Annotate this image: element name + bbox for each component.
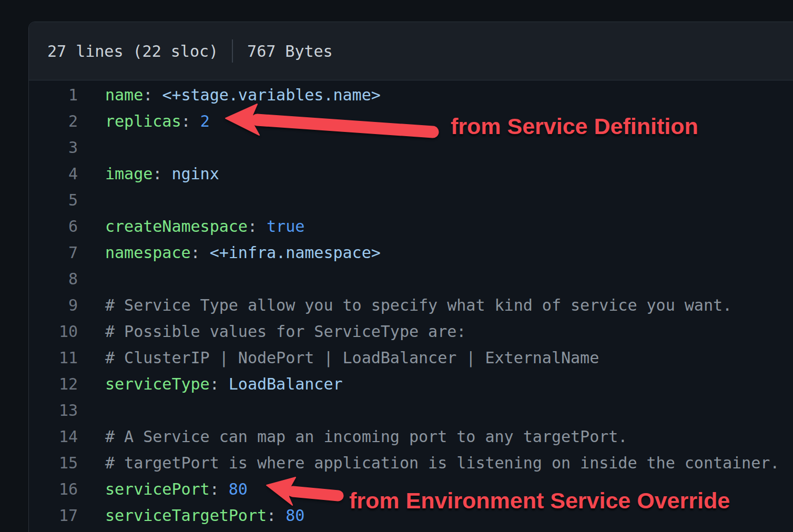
line-number[interactable]: 1 [29, 82, 78, 108]
code-line: 7namespace: <+infra.namespace> [29, 240, 793, 266]
line-number[interactable]: 5 [29, 187, 78, 213]
code-line: 9# Service Type allow you to specify wha… [29, 292, 793, 319]
annotation-environment-override: from Environment Service Override [349, 488, 730, 513]
page: 27 lines (22 sloc) 767 Bytes 1name: <+st… [0, 0, 793, 532]
line-content: # Service Type allow you to specify what… [105, 292, 732, 319]
line-number[interactable]: 11 [29, 345, 78, 371]
line-number[interactable]: 6 [29, 213, 78, 240]
line-content: namespace: <+infra.namespace> [105, 240, 381, 266]
line-number[interactable]: 9 [29, 292, 78, 319]
line-content: # Possible values for ServiceType are: [105, 319, 466, 345]
code-line: 4image: nginx [29, 161, 793, 187]
line-content: # ClusterIP | NodePort | LoadBalancer | … [105, 345, 599, 371]
code-line: 6createNamespace: true [29, 213, 793, 240]
code-line: 8 [29, 266, 793, 292]
line-number[interactable]: 12 [29, 371, 78, 397]
line-content: # A Service can map an incoming port to … [105, 424, 627, 450]
line-number[interactable]: 7 [29, 240, 78, 266]
arrow-to-service-port [255, 470, 347, 513]
arrow-to-replicas [218, 97, 444, 145]
code-line: 13 [29, 397, 793, 424]
file-header-bar: 27 lines (22 sloc) 767 Bytes [29, 22, 793, 80]
line-number[interactable]: 2 [29, 108, 78, 135]
line-number[interactable]: 3 [29, 135, 78, 161]
line-number[interactable]: 10 [29, 319, 78, 345]
code-line: 11# ClusterIP | NodePort | LoadBalancer … [29, 345, 793, 371]
code-line: 5 [29, 187, 793, 213]
line-number[interactable]: 8 [29, 266, 78, 292]
line-content: createNamespace: true [105, 213, 304, 240]
line-content: servicePort: 80 [105, 476, 248, 503]
line-content: # targetPort is where application is lis… [105, 450, 779, 476]
line-content: serviceType: LoadBalancer [105, 371, 343, 397]
code-line: 15# targetPort is where application is l… [29, 450, 793, 476]
code-line: 12serviceType: LoadBalancer [29, 371, 793, 397]
annotation-service-definition: from Service Definition [451, 114, 698, 139]
code-viewer: 1name: <+stage.variables.name>2replicas:… [29, 80, 793, 529]
line-number[interactable]: 13 [29, 397, 78, 424]
file-size-info: 767 Bytes [247, 42, 333, 60]
line-number[interactable]: 17 [29, 503, 78, 529]
line-number[interactable]: 14 [29, 424, 78, 450]
file-lines-info: 27 lines (22 sloc) [47, 42, 218, 60]
header-divider [232, 39, 233, 63]
line-number[interactable]: 4 [29, 161, 78, 187]
line-content: replicas: 2 [105, 108, 210, 135]
code-line: 14# A Service can map an incoming port t… [29, 424, 793, 450]
line-content: image: nginx [105, 161, 219, 187]
line-number[interactable]: 15 [29, 450, 78, 476]
line-number[interactable]: 16 [29, 476, 78, 503]
code-line: 10# Possible values for ServiceType are: [29, 319, 793, 345]
